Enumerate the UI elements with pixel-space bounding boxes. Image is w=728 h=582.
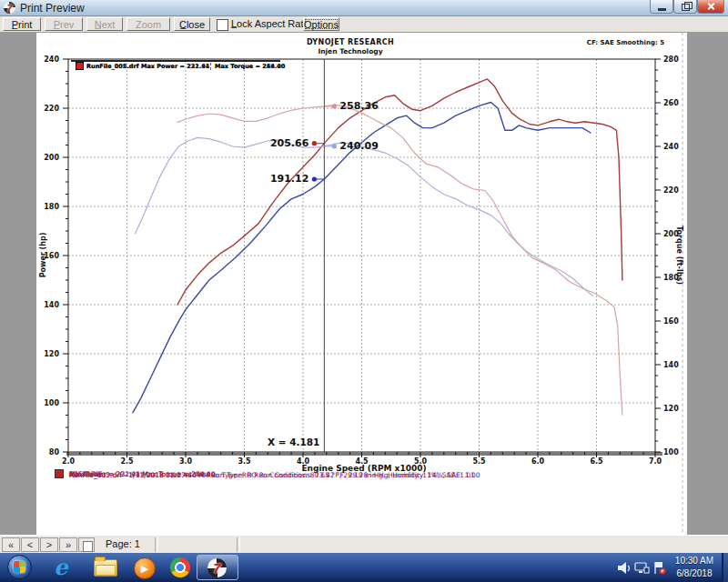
chrome-icon — [170, 557, 190, 577]
windows-logo-icon — [14, 561, 25, 573]
toolbar: P̲rint P̲rev N̲ext Zoom O̲ut C̲lose L̲oc… — [0, 16, 728, 33]
show-desktop-button[interactable] — [722, 553, 728, 582]
page-icon — [83, 541, 93, 552]
next-page-button[interactable]: > — [40, 537, 58, 552]
print-page — [36, 33, 687, 535]
taskbar-file-explorer[interactable] — [91, 557, 118, 579]
internet-explorer-icon: e — [54, 554, 67, 580]
options-button[interactable]: Options — [303, 17, 339, 31]
print-page-button[interactable] — [78, 537, 95, 552]
taskbar-chrome[interactable] — [167, 557, 194, 579]
taskbar-clock[interactable]: 10:30 AM 6/8/2018 — [670, 555, 719, 580]
close-window-button[interactable] — [697, 0, 724, 14]
title-bar[interactable]: 7 Print Preview — [0, 0, 728, 16]
print-button[interactable]: P̲rint — [3, 17, 41, 31]
volume-icon[interactable] — [618, 562, 630, 574]
app-icon: 7 — [4, 2, 15, 14]
minimize-icon — [658, 8, 666, 11]
taskbar-media-player[interactable]: ▶ — [130, 557, 157, 579]
next-button[interactable]: N̲ext — [86, 17, 123, 31]
close-preview-button[interactable]: C̲lose — [174, 17, 210, 31]
lock-aspect-ratio-checkbox[interactable] — [217, 19, 228, 31]
first-page-button[interactable]: « — [2, 537, 20, 552]
action-center-flag-icon[interactable] — [655, 562, 666, 575]
prev-button[interactable]: P̲rev — [45, 17, 83, 31]
last-page-button[interactable]: » — [59, 537, 77, 552]
restore-button[interactable] — [673, 0, 697, 14]
prev-page-button[interactable]: < — [21, 537, 39, 552]
clock-time: 10:30 AM — [670, 555, 719, 567]
folder-icon — [94, 559, 117, 577]
system-tray — [617, 560, 668, 577]
status-bar: « < > » Page: 1 — [0, 535, 728, 553]
clock-date: 6/8/2018 — [670, 567, 719, 580]
minimize-button[interactable] — [650, 0, 673, 14]
taskbar: e ▶ 7 — [0, 553, 728, 582]
media-player-icon: ▶ — [134, 557, 156, 579]
taskbar-internet-explorer[interactable]: e — [47, 557, 75, 579]
close-icon — [707, 3, 715, 11]
start-button[interactable] — [7, 555, 32, 579]
taskbar-active-winpep[interactable]: 7 — [197, 555, 238, 580]
print-preview-window: 7 Print Preview P̲rint P̲rev N̲ext Zoom … — [0, 0, 728, 582]
window-title: Print Preview — [20, 2, 85, 15]
winpep-icon: 7 — [207, 558, 227, 577]
lock-aspect-ratio-label: L̲ock Aspect Ratio — [231, 18, 311, 29]
network-icon[interactable] — [635, 563, 649, 573]
page-number-status: Page: 1 — [106, 538, 140, 549]
preview-area — [0, 33, 728, 535]
zoom-out-button[interactable]: Zoom O̲ut — [126, 17, 170, 31]
